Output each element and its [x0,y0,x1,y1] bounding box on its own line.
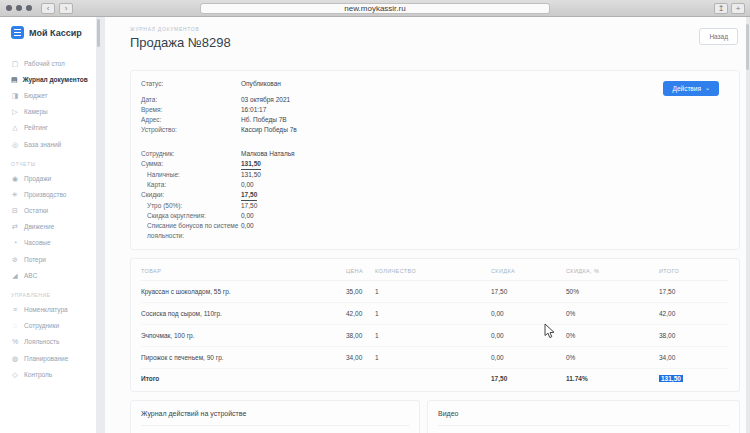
actions-button[interactable]: Действия ⌄ [663,81,719,96]
field-value: 0,00 [241,211,254,221]
close-window-icon[interactable] [6,5,12,11]
field-status: Статус: Опубликован [141,79,729,89]
main-content: ЖУРНАЛ ДОКУМЕНТОВ Продажа №8298 Назад Де… [105,17,746,433]
discount-pct-cell: 50% [566,288,659,295]
field-card: Карта: 0,00 [141,180,729,190]
back-button[interactable]: Назад [699,28,738,45]
field-value: 0,00 [241,180,254,190]
field-value: 17,50 [241,190,257,201]
column-header-discount-pct: СКИДКА, % [566,268,659,274]
product-name-cell: Пирожок с печеньем, 90 гр. [141,354,346,361]
field-label: Время: [141,105,241,115]
app-window: Мой Кассир ▢ Рабочий стол ▤ Журнал докум… [0,17,750,433]
sidebar: Мой Кассир ▢ Рабочий стол ▤ Журнал докум… [0,17,96,433]
table-row: Сосиска под сыром, 110гр. 42,00 1 0,00 0… [141,303,729,325]
browser-address-bar[interactable]: new.moykassir.ru [200,3,550,14]
nomenclature-icon: ≡ [11,306,19,313]
field-cash: Наличные: 131,50 [141,170,729,180]
sidebar-item-loyalty[interactable]: % Лояльность [0,334,96,350]
total-cell: 34,00 [659,354,729,361]
field-discounts: Скидки: 17,50 [141,190,729,201]
column-header-price: ЦЕНА [346,268,375,274]
journal-icon: ▤ [11,76,18,83]
sidebar-item-rating[interactable]: △ Рейтинг [0,120,96,136]
sidebar-item-nomenclature[interactable]: ≡ Номенклатура [0,301,96,317]
qty-cell: 1 [375,288,491,295]
share-icon[interactable]: ↥ [714,3,728,14]
zoom-window-icon[interactable] [26,5,32,11]
field-value: Кассир Победы 7в [241,125,297,135]
qty-cell: 1 [375,310,491,317]
sidebar-item-movement[interactable]: ⇄ Движение [0,219,96,235]
new-tab-icon[interactable]: + [731,3,745,14]
column-header-product: ТОВАР [141,268,346,274]
table-row: Эчпочмак, 100 гр. 38,00 1 0,00 0% 38,00 [141,325,729,347]
sidebar-item-label: Продажи [24,175,51,182]
field-value: 0,00 [241,221,254,241]
sidebar-item-label: Сотрудники [24,322,59,329]
product-name-cell: Сосиска под сыром, 110гр. [141,310,346,317]
sidebar-item-cameras[interactable]: ▷ Камеры [0,104,96,120]
sidebar-item-label: Движение [24,223,54,230]
sidebar-item-budget[interactable]: ◨ Бюджет [0,87,96,103]
app-logo[interactable]: Мой Кассир [0,17,96,45]
control-icon: ◇ [11,371,19,378]
field-value: Нб. Победы 7В [241,115,287,125]
field-value: 03 октября 2021 [241,95,290,105]
price-cell: 34,00 [346,354,375,361]
device-log-card: Журнал действий на устройстве 11:00:06 О… [130,400,420,433]
sidebar-item-documents-journal[interactable]: ▤ Журнал документов [0,71,96,87]
sidebar-item-knowledge-base[interactable]: ◎ База знаний [0,136,96,152]
sidebar-item-label: Контроль [24,371,52,378]
field-label: Карта: [141,180,241,190]
sidebar-item-stock[interactable]: ⊟ Остатки [0,203,96,219]
sidebar-item-label: Рейтинг [24,124,48,131]
field-value: Малкова Наталья [241,149,295,159]
sidebar-item-employees[interactable]: ◌ Сотрудники [0,318,96,334]
browser-chrome: ‹ › new.moykassir.ru ↥ + [0,0,750,17]
price-cell: 42,00 [346,310,375,317]
sidebar-item-label: Производство [24,191,66,198]
minimize-window-icon[interactable] [16,5,22,11]
sidebar-item-losses[interactable]: ⊘ Потери [0,251,96,267]
total-cell: 38,00 [659,332,729,339]
window-controls [6,5,32,11]
field-label: Наличные: [141,170,241,180]
sidebar-item-hourly[interactable]: ◔ Часовые [0,235,96,251]
product-name-cell: Круассан с шоколадом, 55 гр. [141,288,346,295]
field-device: Устройство: Кассир Победы 7в [141,125,729,135]
footer-total-selected: 131,50 [659,375,683,382]
loyalty-icon: % [11,338,19,345]
breadcrumb[interactable]: ЖУРНАЛ ДОКУМЕНТОВ [130,26,732,32]
sidebar-item-sales[interactable]: ◉ Продажи [0,170,96,186]
screenshot-root: ‹ › new.moykassir.ru ↥ + Мой Кассир ▢ Ра… [0,0,750,433]
window-scrollbar[interactable] [746,24,749,70]
sidebar-scrollbar[interactable] [97,19,100,47]
device-log-title: Журнал действий на устройстве [141,410,409,426]
sale-details-card: Действия ⌄ Статус: Опубликован Дата: 03 … [130,70,740,250]
planning-icon: ◍ [11,355,19,362]
sidebar-item-desktop[interactable]: ▢ Рабочий стол [0,55,96,71]
qty-cell: 1 [375,332,491,339]
field-label: Списание бонусов по системе лояльности: [141,221,241,241]
sidebar-item-abc[interactable]: ◢ ABC [0,267,96,283]
discount-cell: 0,00 [491,354,566,361]
sidebar-item-planning[interactable]: ◍ Планирование [0,350,96,366]
sidebar-section-management: УПРАВЛЕНИЕ [0,283,96,301]
sidebar-item-production[interactable]: ✳ Производство [0,186,96,202]
price-cell: 38,00 [346,332,375,339]
sidebar-gutter [96,17,105,433]
video-card: Видео [427,400,740,433]
field-value: 131,50 [241,159,261,170]
column-header-qty: КОЛИЧЕСТВО [375,268,491,274]
field-morning-discount: Утро (50%): 17,50 [141,201,729,211]
sidebar-item-label: Остатки [24,207,48,214]
field-label: Скидка округления: [141,211,241,221]
browser-back-button[interactable]: ‹ [41,3,55,14]
camera-icon: ▷ [11,108,19,115]
sidebar-item-control[interactable]: ◇ Контроль [0,366,96,382]
sidebar-nav: ▢ Рабочий стол ▤ Журнал документов ◨ Бюд… [0,55,96,382]
bottom-cards: Журнал действий на устройстве 11:00:06 О… [130,400,740,433]
table-row: Пирожок с печеньем, 90 гр. 34,00 1 0,00 … [141,347,729,369]
browser-forward-button[interactable]: › [59,3,73,14]
